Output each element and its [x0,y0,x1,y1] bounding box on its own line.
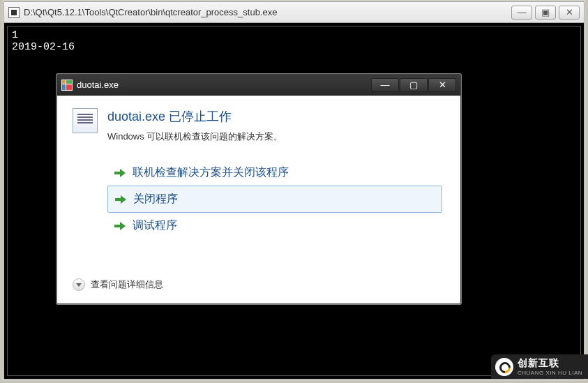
dialog-maximize-button[interactable]: ▢ [400,78,428,92]
program-icon [73,108,98,133]
dialog-heading: duotai.exe 已停止工作 [107,108,282,125]
watermark-logo-icon [495,358,513,376]
watermark-text-cn: 创新互联 [518,357,582,370]
error-dialog: duotai.exe — ▢ ✕ duotai.exe 已停止工作 Window… [56,74,461,304]
watermark: 创新互联 CHUANG XIN HU LIAN [491,354,588,379]
console-line: 2019-02-16 [12,41,576,53]
console-app-icon [8,7,20,18]
chevron-down-icon [73,278,85,291]
dialog-app-icon [61,80,73,91]
arrow-icon [114,167,126,179]
dialog-titlebar[interactable]: duotai.exe — ▢ ✕ [57,75,460,96]
dialog-subheading: Windows 可以联机检查该问题的解决方案。 [107,130,282,143]
maximize-button[interactable]: ▣ [535,6,556,20]
dialog-body: duotai.exe 已停止工作 Windows 可以联机检查该问题的解决方案。… [57,96,460,303]
console-line: 1 [12,29,576,41]
dialog-title: duotai.exe [77,80,370,90]
option-label: 关闭程序 [133,192,178,206]
option-label: 联机检查解决方案并关闭该程序 [133,165,289,180]
console-titlebar[interactable]: D:\Qt\Qt5.12.1\Tools\QtCreator\bin\qtcre… [4,2,584,23]
option-label: 调试程序 [133,218,177,233]
dialog-minimize-button[interactable]: — [371,78,399,92]
minimize-button[interactable]: — [511,6,532,20]
details-label: 查看问题详细信息 [91,278,163,291]
console-window: D:\Qt\Qt5.12.1\Tools\QtCreator\bin\qtcre… [3,1,585,380]
dialog-options: 联机检查解决方案并关闭该程序 关闭程序 调试程序 [107,160,442,239]
arrow-icon [114,220,126,232]
option-check-online[interactable]: 联机检查解决方案并关闭该程序 [107,160,442,186]
dialog-details-toggle[interactable]: 查看问题详细信息 [73,273,442,291]
watermark-text-en: CHUANG XIN HU LIAN [518,370,582,376]
option-close-program[interactable]: 关闭程序 [107,186,442,213]
dialog-close-button[interactable]: ✕ [428,78,456,92]
console-title: D:\Qt\Qt5.12.1\Tools\QtCreator\bin\qtcre… [24,7,511,17]
close-button[interactable]: ✕ [559,6,580,20]
option-debug-program[interactable]: 调试程序 [107,213,442,239]
arrow-icon [115,194,126,205]
